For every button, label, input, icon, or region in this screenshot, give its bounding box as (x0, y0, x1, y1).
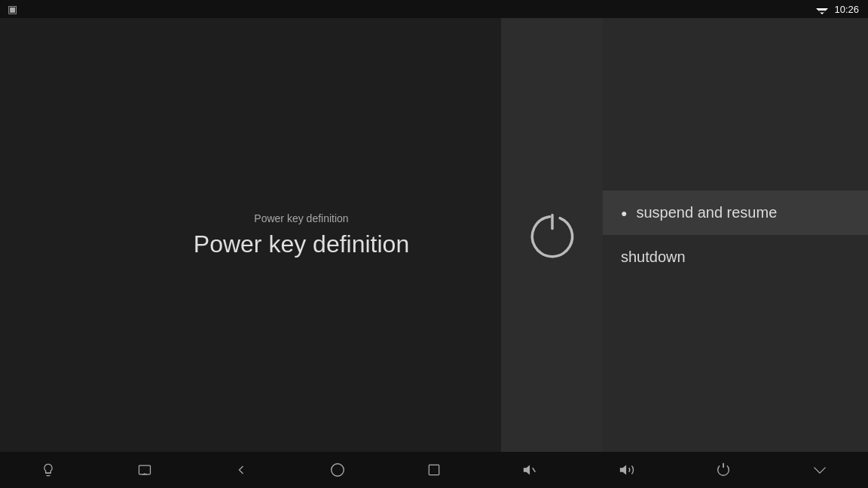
status-time: 10:26 (834, 4, 859, 15)
volume-up-icon[interactable] (609, 452, 645, 488)
selected-bullet: ● (621, 207, 627, 219)
screen-icon[interactable] (127, 452, 163, 488)
svg-line-10 (533, 468, 536, 472)
volume-down-icon[interactable] (512, 452, 549, 488)
back-icon[interactable] (223, 452, 259, 488)
option-shutdown-label: shutdown (621, 249, 686, 266)
power-icon (526, 209, 579, 261)
svg-point-7 (332, 464, 344, 477)
option-suspend-resume-label: suspend and resume (636, 204, 777, 221)
option-suspend-resume[interactable]: ● suspend and resume (603, 191, 868, 235)
setting-title: Power key definition (194, 230, 409, 258)
setting-label: Power key definition (254, 212, 348, 224)
svg-rect-4 (139, 465, 151, 474)
power-nav-icon[interactable] (705, 452, 741, 488)
wifi-icon (816, 5, 828, 14)
svg-marker-11 (620, 465, 626, 475)
svg-marker-2 (821, 12, 824, 14)
nav-bar (0, 452, 868, 488)
dropdown-panel: ● suspend and resume shutdown (603, 18, 868, 452)
notification-icon: ▣ (8, 3, 17, 15)
recents-icon[interactable] (416, 452, 452, 488)
bulb-icon[interactable] (30, 452, 66, 488)
power-icon-area (501, 18, 603, 452)
svg-marker-9 (524, 465, 530, 475)
home-icon[interactable] (319, 452, 356, 488)
menu-icon[interactable] (802, 452, 838, 488)
option-shutdown[interactable]: shutdown (603, 235, 868, 279)
status-bar: ▣ 10:26 (0, 0, 868, 18)
svg-rect-8 (429, 465, 439, 474)
